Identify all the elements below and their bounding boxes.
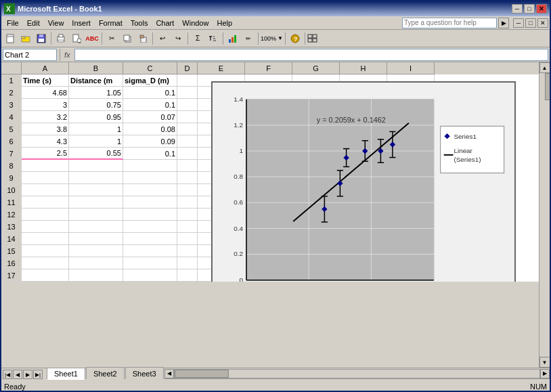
cell-b12[interactable] [69, 209, 123, 221]
cell-a11[interactable] [22, 196, 69, 209]
cell-d4[interactable] [177, 111, 198, 123]
cell-d9[interactable] [177, 172, 198, 184]
cell-b11[interactable] [69, 196, 123, 209]
cell-d10[interactable] [177, 184, 198, 196]
formula-input[interactable] [74, 49, 548, 61]
h-scroll-left-button[interactable]: ◀ [164, 369, 174, 378]
cell-b3[interactable]: 0.75 [69, 99, 123, 111]
menu-chart[interactable]: Chart [152, 18, 178, 28]
maximize-button[interactable]: □ [524, 4, 535, 14]
print-button[interactable] [53, 32, 68, 45]
cell-c16[interactable] [123, 257, 177, 269]
cell-a4[interactable]: 3.2 [22, 111, 69, 123]
menu-view[interactable]: View [44, 18, 68, 28]
cell-a1[interactable]: Time (s) [22, 74, 69, 87]
menu-tools[interactable]: Tools [127, 18, 152, 28]
tab-next-button[interactable]: ▶ [23, 370, 32, 379]
col-header-i[interactable]: I [387, 62, 435, 74]
cell-c12[interactable] [123, 209, 177, 221]
cell-d1[interactable] [177, 74, 198, 87]
cell-c2[interactable]: 0.1 [123, 87, 177, 99]
cell-c11[interactable] [123, 196, 177, 209]
cell-b8[interactable] [69, 160, 123, 172]
cell-b7[interactable]: 0.55 [69, 148, 123, 160]
grid-button[interactable] [307, 34, 318, 43]
name-box[interactable] [3, 49, 57, 61]
cell-d14[interactable] [177, 233, 198, 245]
cell-a9[interactable] [22, 172, 69, 184]
cell-b10[interactable] [69, 184, 123, 196]
h-scroll-thumb[interactable] [175, 370, 229, 378]
cell-a12[interactable] [22, 209, 69, 221]
help-search-input[interactable] [402, 18, 497, 28]
cell-a3[interactable]: 3 [22, 99, 69, 111]
cell-c4[interactable]: 0.07 [123, 111, 177, 123]
save-button[interactable] [34, 32, 49, 45]
cell-d12[interactable] [177, 209, 198, 221]
undo-button[interactable]: ↩ [155, 32, 170, 45]
cell-c5[interactable]: 0.08 [123, 123, 177, 135]
cell-d16[interactable] [177, 257, 198, 269]
cell-c13[interactable] [123, 221, 177, 233]
h-scroll-track[interactable] [174, 369, 540, 378]
title-bar-controls[interactable]: ─ □ ✕ [512, 4, 547, 14]
cell-a13[interactable] [22, 221, 69, 233]
autosum-button[interactable]: Σ [190, 32, 205, 45]
h-scroll-right-button[interactable]: ▶ [540, 369, 550, 378]
cell-b1[interactable]: Distance (m [69, 74, 123, 87]
help-go-button[interactable]: ▶ [498, 18, 509, 28]
menu-minimize-button[interactable]: ─ [513, 18, 524, 28]
spell-button[interactable]: ABC [85, 32, 100, 45]
cell-a16[interactable] [22, 257, 69, 269]
zoom-control[interactable]: 100% ▼ [261, 35, 283, 42]
col-header-c[interactable]: C [123, 62, 177, 74]
minimize-button[interactable]: ─ [512, 4, 523, 14]
menu-restore-button[interactable]: □ [525, 18, 536, 28]
open-button[interactable] [18, 32, 33, 45]
cell-b4[interactable]: 0.95 [69, 111, 123, 123]
cell-b17[interactable] [69, 269, 123, 282]
cell-c17[interactable] [123, 269, 177, 282]
col-header-g[interactable]: G [292, 62, 340, 74]
cell-b16[interactable] [69, 257, 123, 269]
paste-button[interactable] [135, 32, 150, 45]
menu-file[interactable]: File [3, 18, 23, 28]
menu-window[interactable]: Window [178, 18, 213, 28]
cell-d15[interactable] [177, 245, 198, 257]
cell-d11[interactable] [177, 196, 198, 209]
cell-c9[interactable] [123, 172, 177, 184]
preview-button[interactable] [69, 32, 84, 45]
sheet-tab-sheet3[interactable]: Sheet3 [125, 367, 164, 379]
menu-close-button[interactable]: ✕ [537, 18, 548, 28]
col-header-h[interactable]: H [340, 62, 387, 74]
new-button[interactable] [3, 32, 18, 45]
cell-a15[interactable] [22, 245, 69, 257]
menu-insert[interactable]: Insert [68, 18, 95, 28]
cell-a7[interactable]: 2.5 [22, 148, 69, 160]
drawing-button[interactable]: ✏ [241, 32, 256, 45]
cell-a2[interactable]: 4.68 [22, 87, 69, 99]
vertical-scrollbar[interactable]: ▲ ▼ [539, 62, 550, 368]
cell-a17[interactable] [22, 269, 69, 282]
v-scroll-up-button[interactable]: ▲ [539, 62, 550, 73]
cell-b6[interactable]: 1 [69, 135, 123, 148]
cell-d13[interactable] [177, 221, 198, 233]
cell-b2[interactable]: 1.05 [69, 87, 123, 99]
menu-help[interactable]: Help [213, 18, 236, 28]
v-scroll-thumb[interactable] [545, 73, 550, 100]
tab-prev-button[interactable]: ◀ [13, 370, 22, 379]
cell-c15[interactable] [123, 245, 177, 257]
cell-c1[interactable]: sigma_D (m) [123, 74, 177, 87]
cell-d8[interactable] [177, 160, 198, 172]
sheet-tab-sheet2[interactable]: Sheet2 [86, 367, 125, 379]
cell-b14[interactable] [69, 233, 123, 245]
cell-c10[interactable] [123, 184, 177, 196]
tab-last-button[interactable]: ▶| [33, 370, 43, 379]
help-button[interactable]: ? [288, 32, 303, 45]
cell-d7[interactable] [177, 148, 198, 160]
menu-format[interactable]: Format [95, 18, 127, 28]
cell-c14[interactable] [123, 233, 177, 245]
chart-object[interactable]: 0 0.2 0.4 0.6 0.8 1 1.2 1.4 0 [211, 81, 516, 282]
cell-d5[interactable] [177, 123, 198, 135]
col-header-e[interactable]: E [198, 62, 245, 74]
